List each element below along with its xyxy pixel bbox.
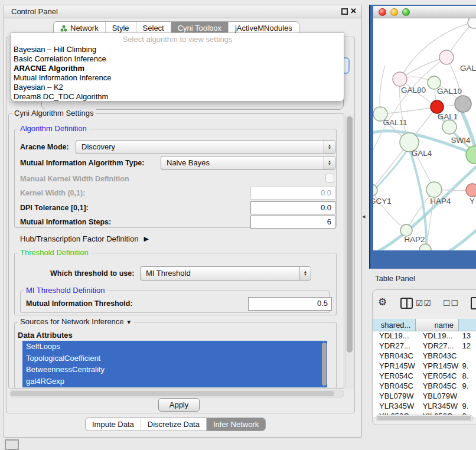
table-row[interactable]: YLR345WYLR345W9. [373,402,476,412]
aracne-mode-select[interactable]: Discovery ▲▼ [76,140,335,154]
minimized-panel-icon[interactable] [5,439,19,450]
data-attributes-list[interactable]: SelfLoopsTopologicalCoefficientBetweenne… [22,341,327,387]
mi-threshold-input[interactable]: 0.5 [248,297,332,311]
node-label: GAL4 [412,149,432,158]
window-close-icon[interactable] [379,8,386,16]
float-window-icon[interactable] [341,8,348,15]
table-row[interactable]: YER054CYER054C8. [373,371,476,381]
data-attribute-item[interactable]: SelfLoops [22,341,327,353]
mi-type-select[interactable]: Naive Bayes ▲▼ [161,156,335,170]
settings-hscrollbar-thumb[interactable] [11,391,334,396]
node-label: HAP2 [404,235,425,244]
tab-impute-data[interactable]: Impute Data [86,418,141,431]
settings-vscrollbar-thumb[interactable] [347,116,353,353]
gal1-node[interactable] [431,100,444,113]
table-header: shared... name [373,319,476,331]
table-row[interactable]: YDL19...YDL19...13 [373,331,476,341]
window-minimize-icon[interactable] [390,8,398,16]
algorithm-option[interactable]: Dream8 DC_TDC Algorithm [11,92,344,102]
mi-steps-label: Mutual Information Steps: [20,218,111,227]
gal80-node[interactable] [393,72,407,86]
table-cell[interactable]: YBL079W [373,392,416,402]
tab-infer-network[interactable]: Infer Network [206,418,265,431]
table-cell[interactable]: YLR345W [373,402,416,412]
table-cell[interactable]: 13 [459,331,476,341]
tab-discretize-data-label: Discretize Data [148,418,200,431]
algorithm-option[interactable]: Bayesian – Hill Climbing [11,45,344,54]
node-green-right-node[interactable] [466,146,476,164]
table-row[interactable]: YBR043CYBR043C [373,351,476,361]
gal7-node[interactable] [439,50,454,64]
table-cell[interactable]: YBR043C [373,351,416,361]
node-salmon-node[interactable] [466,184,476,197]
document-icon[interactable] [471,297,476,309]
table-cell[interactable]: YBL079W [416,392,459,402]
network-window-titlebar[interactable] [373,6,476,18]
table-cell[interactable]: YDR27... [373,341,416,351]
table-cell[interactable]: 12 [459,341,476,351]
table-cell[interactable] [459,392,476,402]
table-cell[interactable]: YBR043C [416,351,459,361]
kernel-width-input[interactable]: 0.0 [250,187,335,200]
table-cell[interactable]: 9. [459,381,476,392]
close-icon[interactable]: ✕ [350,6,357,15]
unchecked-pair-icon[interactable]: ☐☐ [443,298,459,308]
table-cell[interactable] [459,351,476,361]
table-cell[interactable]: 9. [459,361,476,371]
sources-toggle[interactable]: Sources for Network Inference ▼ [18,318,134,327]
which-threshold-select-value: MI Threshold [146,269,191,278]
window-zoom-icon[interactable] [402,8,410,16]
table-cell[interactable]: YER054C [373,371,416,381]
data-attribute-item[interactable]: BetweennessCentrality [22,364,327,376]
table-cell[interactable]: YPR145W [373,361,416,371]
column-header-shared-name[interactable]: shared... [373,319,416,331]
split-divider-arrow-icon[interactable]: ◀ [362,214,365,219]
table-row[interactable]: YPR145WYPR145W9. [373,361,476,371]
tab-impute-data-label: Impute Data [92,418,134,431]
node-bottom-partial-node[interactable] [419,244,431,250]
table-cell[interactable]: YER054C [416,371,459,381]
dpi-tolerance-input[interactable]: 0.0 [250,201,335,214]
manual-kernel-checkbox[interactable] [325,174,334,182]
cyni-settings-label: Cyni Algorithm Settings [12,109,96,118]
control-panel-titlebar[interactable]: Control Panel [4,5,361,18]
table-cell[interactable]: YLR345W [416,402,459,412]
apply-button[interactable]: Apply [158,398,200,412]
gear-icon[interactable]: ⚙ [378,296,387,308]
node-label: GAL11 [383,118,407,127]
attributes-scrollbar-thumb[interactable] [322,343,327,386]
table-cell[interactable]: 9. [459,402,476,412]
split-columns-icon[interactable] [400,298,413,309]
node-gray-node[interactable] [455,96,471,112]
table-cell[interactable]: 8. [459,371,476,381]
mi-steps-input[interactable]: 6 [250,216,335,229]
table-cell[interactable]: YDL19... [416,331,459,341]
table-cell[interactable]: YDR27... [416,341,459,351]
column-header-third[interactable] [459,319,476,331]
table-row[interactable]: YBR045CYBR045C9. [373,381,476,392]
network-graph[interactable]: GALGAL80GAL10GAL1GAL11SWI4GAL4GCY1HAP4YH… [373,18,476,250]
hap4-node[interactable] [426,182,442,197]
which-threshold-select[interactable]: MI Threshold ▲▼ [140,266,311,281]
algorithm-option[interactable]: Bayesian – K2 [11,83,344,92]
hap2-node[interactable] [400,224,412,236]
tab-discretize-data[interactable]: Discretize Data [141,418,206,431]
algorithm-option[interactable]: ARACNE Algorithm [11,64,344,73]
swi4-node[interactable] [442,120,457,134]
hub-definition-toggle[interactable]: Hub/Transcription Factor Definition ▶ [20,234,149,243]
table-row[interactable]: YBL079WYBL079W [373,392,476,402]
table-cell[interactable]: YPR145W [416,361,459,371]
table-cell[interactable]: YDL19... [373,331,416,341]
data-attribute-item[interactable]: gal4RGexp [22,376,327,387]
checked-pair-icon[interactable]: ☑☑ [416,298,432,308]
combo-stepper-icon: ▲▼ [324,156,335,169]
table-cell[interactable]: YBR045C [416,381,459,392]
table-hscrollbar-thumb[interactable] [377,416,471,420]
column-header-name[interactable]: name [416,319,459,331]
node-label: GAL [460,64,476,73]
table-cell[interactable]: YBR045C [373,381,416,392]
data-attribute-item[interactable]: TopologicalCoefficient [22,353,327,364]
algorithm-option[interactable]: Basic Correlation Inference [11,54,344,64]
table-row[interactable]: YDR27...YDR27...12 [373,341,476,351]
algorithm-option[interactable]: Mutual Information Inference [11,73,344,83]
